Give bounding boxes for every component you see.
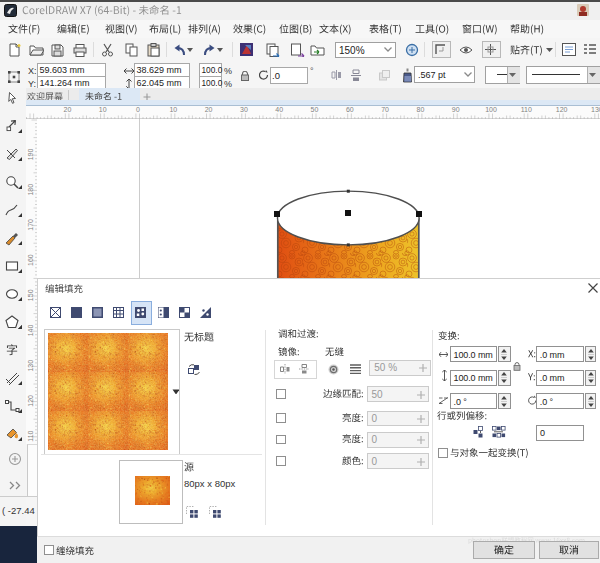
- svg-text:110: 110: [27, 430, 34, 441]
- svg-text:160: 160: [27, 254, 34, 266]
- svg-text:190: 190: [27, 149, 34, 161]
- svg-text:140: 140: [27, 325, 34, 337]
- svg-text:170: 170: [27, 219, 34, 231]
- svg-text:180: 180: [27, 184, 34, 196]
- svg-text:120: 120: [27, 395, 34, 407]
- svg-text:150: 150: [27, 289, 34, 301]
- svg-text:130: 130: [27, 360, 34, 372]
